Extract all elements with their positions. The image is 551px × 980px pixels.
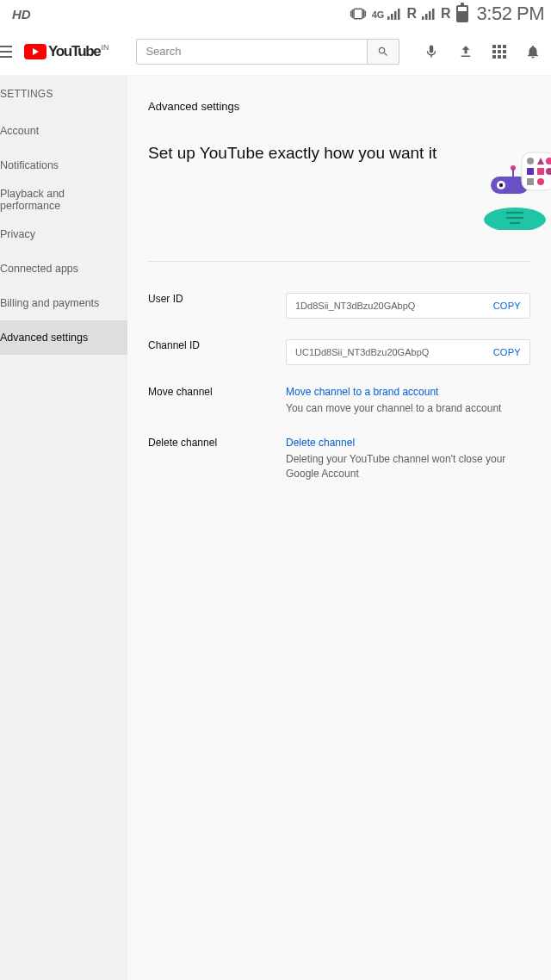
channel-id-value: UC1Dd8Sii_NT3dBzu20GAbpQ — [295, 347, 429, 357]
page-subtitle: Set up YouTube exactly how you want it — [148, 144, 436, 163]
hero-illustration-icon — [465, 144, 551, 230]
sidebar-item-playback[interactable]: Playback and performance — [0, 183, 127, 217]
svg-rect-9 — [422, 16, 424, 20]
channel-id-field: UC1Dd8Sii_NT3dBzu20GAbpQ COPY — [286, 339, 530, 365]
user-id-field: 1Dd8Sii_NT3dBzu20GAbpQ COPY — [286, 293, 530, 319]
svg-rect-22 — [537, 168, 544, 175]
search-icon — [377, 46, 389, 58]
brand-name: YouTube — [48, 43, 100, 59]
sidebar-item-account[interactable]: Account — [0, 114, 127, 148]
svg-point-25 — [537, 178, 544, 185]
hd-indicator: HD — [7, 7, 31, 22]
delete-channel-label: Delete channel — [148, 437, 269, 449]
move-channel-link[interactable]: Move channel to a brand account — [286, 386, 530, 398]
youtube-logo[interactable]: YouTubeIN — [24, 43, 108, 60]
svg-rect-24 — [527, 178, 534, 185]
search-button[interactable] — [367, 39, 399, 65]
sidebar-item-privacy[interactable]: Privacy — [0, 217, 127, 251]
svg-rect-5 — [387, 16, 390, 20]
svg-rect-11 — [429, 11, 431, 20]
svg-point-16 — [499, 183, 503, 187]
vibrate-icon — [350, 7, 367, 21]
user-id-value: 1Dd8Sii_NT3dBzu20GAbpQ — [295, 301, 415, 311]
svg-rect-8 — [398, 9, 400, 20]
svg-rect-10 — [425, 14, 428, 20]
roaming-2: R — [441, 6, 451, 22]
apps-icon[interactable] — [492, 45, 506, 59]
delete-channel-link[interactable]: Delete channel — [286, 437, 530, 449]
copy-user-id-button[interactable]: COPY — [493, 301, 521, 311]
status-right: 4G R R 3:52 PM — [350, 3, 544, 25]
roaming-1: R — [406, 6, 417, 22]
svg-rect-21 — [527, 168, 534, 175]
signal-4g: 4G — [372, 8, 402, 20]
page-title: Advanced settings — [148, 100, 530, 113]
search-input[interactable] — [136, 39, 367, 65]
copy-channel-id-button[interactable]: COPY — [493, 347, 521, 357]
svg-rect-0 — [354, 9, 362, 19]
notifications-icon[interactable] — [525, 44, 541, 59]
search — [136, 39, 399, 65]
svg-rect-12 — [432, 9, 435, 20]
move-channel-desc: You can move your channel to a brand acc… — [286, 401, 530, 416]
main-content: Advanced settings Set up YouTube exactly… — [127, 76, 551, 980]
upload-icon[interactable] — [458, 44, 474, 59]
delete-channel-desc: Deleting your YouTube channel won't clos… — [286, 452, 530, 481]
svg-point-18 — [527, 158, 534, 164]
sidebar-heading: SETTINGS — [0, 88, 127, 114]
region: IN — [101, 43, 108, 52]
settings-sidebar: SETTINGS Account Notifications Playback … — [0, 76, 127, 980]
user-id-label: User ID — [148, 293, 269, 305]
signal-2 — [422, 8, 436, 20]
sidebar-item-connected-apps[interactable]: Connected apps — [0, 251, 127, 286]
svg-rect-6 — [391, 14, 393, 20]
move-channel-label: Move channel — [148, 386, 269, 398]
clock: 3:52 PM — [477, 3, 544, 25]
hamburger-menu-icon[interactable] — [0, 46, 12, 58]
sidebar-item-notifications[interactable]: Notifications — [0, 148, 127, 183]
status-bar: HD 4G R R 3:52 PM — [0, 0, 551, 28]
battery-icon — [456, 5, 468, 22]
svg-rect-7 — [394, 11, 397, 20]
app-header: YouTubeIN — [0, 28, 551, 76]
sidebar-item-billing[interactable]: Billing and payments — [0, 286, 127, 320]
sidebar-item-advanced-settings[interactable]: Advanced settings — [0, 320, 127, 355]
channel-id-label: Channel ID — [148, 339, 269, 351]
voice-search-icon[interactable] — [424, 44, 439, 59]
